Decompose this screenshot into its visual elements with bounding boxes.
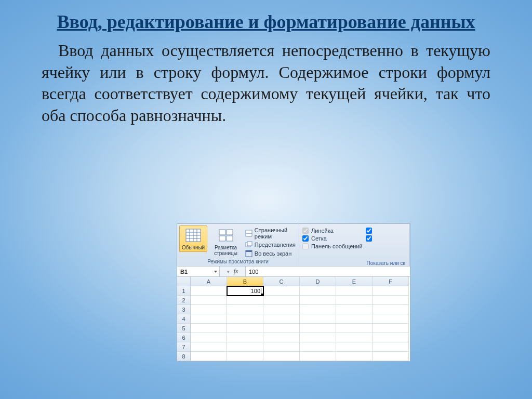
cell[interactable]	[191, 286, 227, 296]
slide-body-text: Ввод данных осуществляется непосредствен…	[42, 40, 490, 126]
cell[interactable]	[373, 333, 409, 342]
row-header[interactable]: 3	[177, 305, 191, 314]
fx-icon[interactable]: fx	[234, 268, 238, 275]
svg-rect-7	[219, 230, 225, 235]
col-header[interactable]: F	[373, 277, 409, 286]
page-break-label: Страничный режим	[255, 227, 296, 240]
cell[interactable]	[373, 352, 409, 361]
row-header[interactable]: 4	[177, 314, 191, 324]
msgbar-label: Панель сообщений	[311, 243, 363, 249]
cell[interactable]	[191, 333, 227, 342]
cell[interactable]	[300, 324, 336, 333]
cell-B1[interactable]: 100	[227, 286, 263, 296]
col-header[interactable]: D	[300, 277, 336, 286]
cell[interactable]	[191, 352, 227, 361]
cell[interactable]	[300, 314, 336, 324]
cell[interactable]	[373, 314, 409, 324]
cell[interactable]	[227, 342, 263, 352]
row-header[interactable]: 1	[177, 286, 191, 296]
formula-input[interactable]: 100	[246, 267, 410, 276]
select-all-corner[interactable]	[177, 277, 191, 286]
cell[interactable]	[300, 342, 336, 352]
cell[interactable]	[373, 342, 409, 352]
cell[interactable]	[336, 296, 373, 305]
cell[interactable]	[227, 352, 263, 361]
fullscreen-label: Во весь экран	[255, 250, 291, 257]
normal-view-button[interactable]: Обычный	[179, 225, 207, 252]
cell[interactable]	[263, 352, 300, 361]
page-break-button[interactable]: Страничный режим	[244, 227, 297, 240]
cell[interactable]	[191, 296, 227, 305]
spreadsheet-grid: 1 2 3 4 5 6 7 8 A B C D E F 100	[177, 277, 410, 361]
cell[interactable]	[191, 305, 227, 314]
page-layout-button[interactable]: Разметка страницы	[208, 225, 243, 258]
cell[interactable]	[263, 296, 300, 305]
col-header[interactable]: A	[191, 277, 227, 286]
fullscreen-button[interactable]: Во весь экран	[244, 249, 297, 258]
ruler-checkbox[interactable]: Линейка	[302, 228, 363, 234]
page-layout-icon	[218, 227, 234, 244]
cell[interactable]	[227, 305, 263, 314]
cell[interactable]	[191, 324, 227, 333]
cell[interactable]	[336, 286, 373, 296]
row-header[interactable]: 2	[177, 296, 191, 305]
cell[interactable]	[300, 333, 336, 342]
svg-rect-8	[227, 230, 233, 235]
cell[interactable]	[263, 286, 300, 296]
row-header[interactable]: 7	[177, 342, 191, 352]
custom-views-button[interactable]: Представления	[244, 241, 297, 249]
cell[interactable]	[336, 333, 373, 342]
grid-checkbox[interactable]: Сетка	[302, 235, 363, 242]
cell[interactable]	[263, 314, 300, 324]
row-header[interactable]: 6	[177, 333, 191, 342]
ruler-label: Линейка	[311, 228, 334, 234]
cell[interactable]	[191, 314, 227, 324]
cell[interactable]	[227, 333, 263, 342]
col-header[interactable]: E	[336, 277, 373, 286]
views-group-label: Режимы просмотра книги	[179, 258, 297, 266]
col-header[interactable]: B	[227, 277, 263, 286]
extra-checkbox-2[interactable]	[366, 235, 372, 242]
msgbar-checkbox[interactable]: Панель сообщений	[302, 243, 363, 249]
svg-rect-10	[227, 236, 233, 241]
row-header[interactable]: 8	[177, 352, 191, 361]
cell[interactable]	[336, 314, 373, 324]
cell[interactable]	[263, 342, 300, 352]
cell[interactable]	[336, 342, 373, 352]
cell[interactable]	[373, 286, 409, 296]
cell-value: 100	[251, 288, 260, 294]
cell[interactable]	[373, 305, 409, 314]
grid-label: Сетка	[311, 235, 327, 242]
formula-dropdown-icon[interactable]: ▾	[227, 269, 230, 274]
formula-buttons: ▾ fx	[220, 267, 246, 276]
cell[interactable]	[263, 333, 300, 342]
cell[interactable]	[263, 324, 300, 333]
excel-ribbon: Обычный Разметка страницы Страничный реж…	[177, 224, 410, 267]
cell[interactable]	[263, 305, 300, 314]
svg-rect-14	[247, 242, 252, 246]
cell[interactable]	[336, 352, 373, 361]
cell[interactable]	[300, 352, 336, 361]
cell[interactable]	[191, 342, 227, 352]
cell[interactable]	[227, 314, 263, 324]
page-layout-label: Разметка страницы	[211, 245, 241, 256]
cell[interactable]	[336, 324, 373, 333]
normal-view-icon	[185, 227, 202, 244]
row-header[interactable]: 5	[177, 324, 191, 333]
cell[interactable]	[373, 296, 409, 305]
cell[interactable]	[300, 296, 336, 305]
formula-bar: B1 ▾ fx 100	[177, 267, 410, 277]
cell[interactable]	[300, 286, 336, 296]
cell[interactable]	[227, 324, 263, 333]
name-box[interactable]: B1	[177, 267, 220, 276]
extra-checkbox-1[interactable]	[366, 228, 372, 234]
cell[interactable]	[300, 305, 336, 314]
cell[interactable]	[373, 324, 409, 333]
cell[interactable]	[336, 305, 373, 314]
svg-rect-16	[246, 250, 252, 252]
cell[interactable]	[227, 296, 263, 305]
fullscreen-icon	[245, 250, 252, 257]
page-break-icon	[245, 230, 252, 237]
custom-views-icon	[245, 241, 252, 248]
col-header[interactable]: C	[263, 277, 300, 286]
